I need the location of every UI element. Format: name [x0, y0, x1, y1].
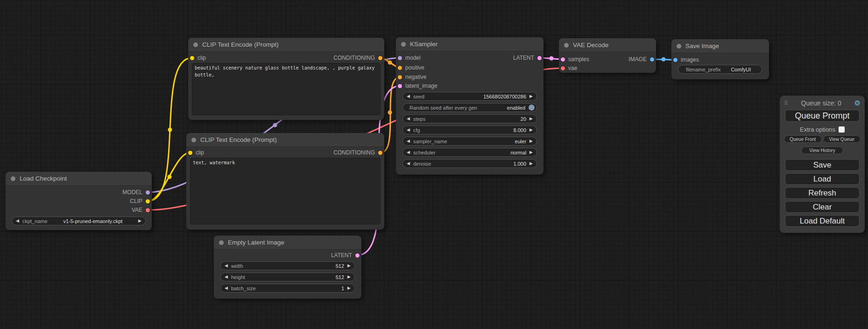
input-slot-clip[interactable]	[190, 56, 194, 60]
increment-arrow-icon[interactable]: ▶	[529, 94, 533, 98]
clear-button[interactable]: Clear	[785, 201, 860, 213]
node-title: Save Image	[685, 42, 719, 49]
toggle-knob[interactable]	[529, 105, 535, 111]
node-empty-latent-image[interactable]: Empty Latent Image LATENT ◀ width 512 ▶ …	[214, 236, 361, 299]
input-slot-samples[interactable]	[561, 57, 565, 62]
output-label: IMAGE	[628, 56, 647, 63]
widget-value: v1-5-pruned-emaonly.ckpt	[63, 218, 122, 224]
increment-arrow-icon[interactable]: ▶	[529, 150, 533, 154]
link-dot	[388, 61, 392, 65]
widget-cfg[interactable]: ◀ cfg 8.000 ▶	[402, 126, 537, 134]
node-title: CLIP Text Encode (Prompt)	[200, 136, 277, 143]
load-button[interactable]: Load	[785, 173, 860, 185]
link-dot	[388, 111, 392, 115]
output-label: CONDITIONING	[333, 55, 375, 61]
input-slot-latent-image[interactable]	[398, 84, 402, 88]
output-slot-clip[interactable]	[146, 199, 150, 203]
input-slot-model[interactable]	[398, 56, 402, 60]
queue-size-label: Queue size: 0	[788, 99, 854, 107]
decrement-arrow-icon[interactable]: ◀	[225, 275, 228, 279]
increment-arrow-icon[interactable]: ▶	[138, 219, 141, 223]
widget-denoise[interactable]: ◀ denoise 1.000 ▶	[402, 159, 537, 168]
node-title: KSampler	[410, 41, 438, 48]
link-dot	[168, 128, 172, 132]
output-slot-latent[interactable]	[537, 56, 542, 60]
widget-filename-prefix[interactable]: filename_prefix ComfyUI	[678, 65, 762, 74]
widget-width[interactable]: ◀ width 512 ▶	[220, 261, 355, 270]
widget-height[interactable]: ◀ height 512 ▶	[220, 273, 355, 281]
decrement-arrow-icon[interactable]: ◀	[407, 139, 410, 143]
refresh-button[interactable]: Refresh	[785, 187, 860, 199]
extra-options-checkbox[interactable]	[839, 126, 845, 133]
decrement-arrow-icon[interactable]: ◀	[407, 94, 410, 98]
widget-steps[interactable]: ◀ steps 20 ▶	[402, 114, 537, 123]
prompt-textarea-positive[interactable]: beautiful scenery nature glass bottle la…	[192, 63, 381, 115]
decrement-arrow-icon[interactable]: ◀	[225, 264, 228, 268]
input-slot-positive[interactable]	[398, 66, 402, 70]
increment-arrow-icon[interactable]: ▶	[347, 286, 351, 290]
widget-ckpt-name[interactable]: ◀ ckpt_name v1-5-pruned-emaonly.ckpt ▶	[12, 217, 146, 225]
decrement-arrow-icon[interactable]: ◀	[407, 117, 410, 121]
link-dot	[550, 56, 554, 61]
widget-batch-size[interactable]: ◀ batch_size 1 ▶	[220, 284, 355, 293]
node-collapse-dot[interactable]	[11, 176, 15, 181]
link-dot	[662, 57, 666, 62]
node-collapse-dot[interactable]	[401, 42, 406, 47]
input-slot-negative[interactable]	[398, 75, 402, 79]
output-slot-vae[interactable]	[146, 208, 150, 212]
widget-seed[interactable]: ◀ seed 156680208700286 ▶	[402, 92, 537, 101]
node-title: Load Checkpoint	[20, 175, 67, 182]
node-collapse-dot[interactable]	[219, 240, 224, 245]
output-slot-image[interactable]	[650, 57, 654, 62]
output-slot-model[interactable]	[146, 190, 150, 195]
node-ksampler[interactable]: KSampler model LATENT positive negative …	[396, 37, 543, 175]
output-label: CLIP	[130, 198, 142, 204]
input-label: clip	[196, 149, 204, 156]
widget-random-seed-toggle[interactable]: Random seed after every gen enabled	[402, 103, 537, 112]
increment-arrow-icon[interactable]: ▶	[529, 161, 533, 166]
node-collapse-dot[interactable]	[193, 42, 198, 47]
node-collapse-dot[interactable]	[191, 138, 196, 142]
input-label: clip	[198, 55, 206, 61]
decrement-arrow-icon[interactable]: ◀	[225, 286, 228, 290]
node-collapse-dot[interactable]	[564, 43, 569, 48]
node-title: VAE Decode	[573, 42, 608, 49]
prompt-textarea-negative[interactable]: text, watermark	[190, 158, 381, 224]
decrement-arrow-icon[interactable]: ◀	[407, 161, 410, 166]
output-slot-latent[interactable]	[355, 253, 360, 258]
settings-gear-icon[interactable]: ⚙	[854, 99, 861, 107]
node-vae-decode[interactable]: VAE Decode samples IMAGE vae	[559, 38, 656, 73]
output-label: LATENT	[331, 252, 352, 259]
view-queue-button[interactable]: View Queue	[823, 135, 861, 143]
widget-scheduler[interactable]: ◀ scheduler normal ▶	[402, 148, 537, 157]
input-slot-vae[interactable]	[561, 66, 565, 70]
widget-sampler-name[interactable]: ◀ sampler_name euler ▶	[402, 137, 537, 146]
increment-arrow-icon[interactable]: ▶	[529, 139, 533, 143]
output-label: VAE	[132, 207, 142, 213]
output-slot-conditioning[interactable]	[378, 151, 382, 155]
input-slot-images[interactable]	[673, 58, 677, 62]
node-save-image[interactable]: Save Image images filename_prefix ComfyU…	[671, 39, 769, 79]
input-slot-clip[interactable]	[188, 151, 192, 155]
output-slot-conditioning[interactable]	[378, 56, 382, 60]
increment-arrow-icon[interactable]: ▶	[347, 275, 351, 279]
node-clip-text-encode-negative[interactable]: CLIP Text Encode (Prompt) clip CONDITION…	[186, 133, 384, 230]
output-label: CONDITIONING	[333, 149, 375, 156]
save-button[interactable]: Save	[785, 159, 860, 171]
increment-arrow-icon[interactable]: ▶	[529, 117, 533, 121]
node-graph-canvas[interactable]: Load Checkpoint MODEL CLIP VAE ◀ ckpt_na…	[0, 0, 868, 329]
load-default-button[interactable]: Load Default	[785, 215, 860, 227]
node-load-checkpoint[interactable]: Load Checkpoint MODEL CLIP VAE ◀ ckpt_na…	[6, 172, 152, 230]
view-history-button[interactable]: View History	[801, 147, 843, 154]
drag-handle-icon[interactable]: ⠿	[784, 100, 788, 106]
node-clip-text-encode-positive[interactable]: CLIP Text Encode (Prompt) clip CONDITION…	[188, 38, 384, 120]
node-collapse-dot[interactable]	[677, 44, 681, 49]
increment-arrow-icon[interactable]: ▶	[347, 264, 351, 268]
decrement-arrow-icon[interactable]: ◀	[16, 219, 19, 223]
decrement-arrow-icon[interactable]: ◀	[407, 150, 410, 154]
node-title: CLIP Text Encode (Prompt)	[202, 41, 279, 48]
decrement-arrow-icon[interactable]: ◀	[407, 128, 410, 132]
queue-prompt-button[interactable]: Queue Prompt	[785, 110, 860, 122]
increment-arrow-icon[interactable]: ▶	[529, 128, 533, 132]
queue-front-button[interactable]: Queue Front	[784, 135, 822, 143]
